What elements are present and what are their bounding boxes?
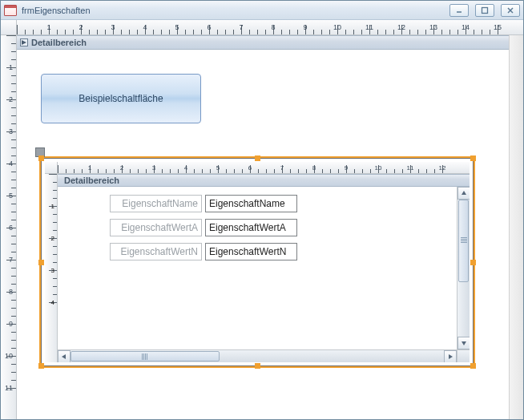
- field-label[interactable]: EigenschaftWertA: [110, 219, 202, 236]
- field-textbox[interactable]: EigenschaftWertA: [205, 219, 297, 236]
- scroll-track[interactable]: [457, 200, 470, 337]
- field-label[interactable]: EigenschaftWertN: [110, 243, 202, 260]
- resize-handle[interactable]: [255, 363, 260, 369]
- scroll-right-button[interactable]: [444, 350, 457, 362]
- maximize-button[interactable]: [475, 4, 494, 17]
- detail-area[interactable]: Beispielschaltfläche: [17, 50, 523, 402]
- vertical-ruler[interactable]: 1234567891011: [1, 35, 17, 419]
- titlebar: frmEigenschaften: [1, 1, 523, 20]
- scroll-thumb[interactable]: [458, 200, 469, 282]
- expand-icon: [20, 38, 28, 46]
- svg-marker-4: [22, 40, 26, 45]
- sample-button-control[interactable]: Beispielschaltfläche: [41, 74, 201, 123]
- svg-marker-9: [449, 354, 453, 359]
- select-all-corner[interactable]: [1, 20, 17, 34]
- sample-button-label: Beispielschaltfläche: [79, 93, 163, 104]
- resize-handle[interactable]: [470, 260, 476, 265]
- minimize-button[interactable]: [449, 4, 469, 17]
- design-canvas[interactable]: Detailbereich Beispielschaltfläche: [17, 35, 523, 419]
- resize-handle[interactable]: [38, 363, 44, 369]
- scroll-corner: [457, 349, 470, 362]
- subform-section-header[interactable]: Detailbereich: [58, 174, 470, 187]
- window-title: frmEigenschaften: [22, 6, 443, 15]
- svg-rect-1: [482, 7, 488, 13]
- scroll-left-button[interactable]: [58, 350, 71, 362]
- scroll-thumb[interactable]: [71, 351, 220, 361]
- subform-detail-area[interactable]: EigenschaftName EigenschaftName Eigensch…: [58, 187, 470, 323]
- field-row[interactable]: EigenschaftWertN EigenschaftWertN: [110, 243, 297, 260]
- svg-marker-7: [462, 341, 466, 345]
- svg-marker-8: [62, 354, 66, 359]
- field-row[interactable]: EigenschaftName EigenschaftName: [110, 195, 297, 212]
- form-icon: [4, 5, 17, 16]
- close-button[interactable]: [501, 4, 520, 17]
- field-row[interactable]: EigenschaftWertA EigenschaftWertA: [110, 219, 297, 236]
- subform-inner: 123456789101112 1234 Detailbereich: [45, 162, 470, 362]
- resize-handle[interactable]: [255, 155, 260, 161]
- horizontal-ruler[interactable]: 123456789101112131415: [17, 20, 523, 34]
- ruler-band: 123456789101112131415: [1, 20, 523, 35]
- subform-ruler-band: 123456789101112: [45, 162, 470, 174]
- scroll-down-button[interactable]: [457, 337, 470, 349]
- field-textbox[interactable]: EigenschaftName: [205, 195, 297, 212]
- subform-vertical-ruler[interactable]: 1234: [45, 174, 58, 362]
- access-form-window: frmEigenschaften 123456789101112131415 1…: [0, 0, 524, 420]
- subform-horizontal-ruler[interactable]: 123456789101112: [58, 162, 470, 173]
- resize-handle[interactable]: [470, 363, 476, 369]
- scroll-up-button[interactable]: [457, 187, 470, 200]
- design-area-edge: [509, 35, 523, 419]
- scroll-track[interactable]: [71, 350, 444, 362]
- subform-control[interactable]: 123456789101112 1234 Detailbereich: [41, 158, 474, 366]
- field-textbox[interactable]: EigenschaftWertN: [205, 243, 297, 260]
- section-header-detail[interactable]: Detailbereich: [17, 35, 523, 50]
- svg-marker-6: [462, 191, 466, 195]
- subform-section-header-label: Detailbereich: [64, 176, 119, 185]
- subform-canvas[interactable]: Detailbereich EigenschaftName Eigenschaf…: [58, 174, 470, 362]
- resize-handle[interactable]: [38, 260, 44, 265]
- section-header-label: Detailbereich: [31, 38, 87, 47]
- field-label[interactable]: EigenschaftName: [110, 195, 202, 212]
- subform-horizontal-scrollbar[interactable]: [58, 349, 457, 362]
- resize-handle[interactable]: [38, 155, 44, 161]
- subform-select-all-corner[interactable]: [45, 162, 58, 173]
- subform-vertical-scrollbar[interactable]: [457, 187, 470, 349]
- resize-handle[interactable]: [470, 155, 476, 161]
